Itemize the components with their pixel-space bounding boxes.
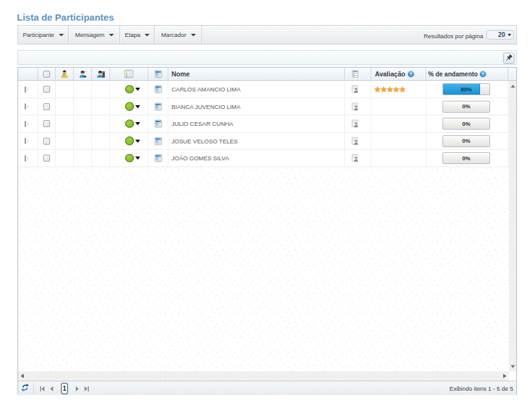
svg-text:?: ? <box>482 71 485 77</box>
svg-text:?: ? <box>409 71 412 77</box>
